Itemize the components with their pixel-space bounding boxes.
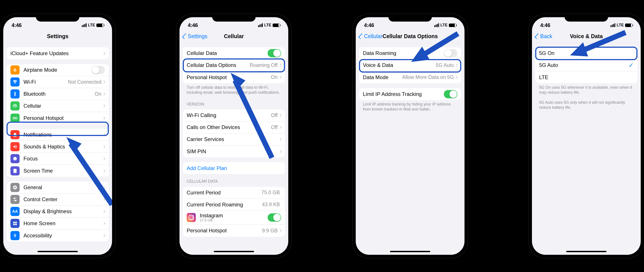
battery-icon	[96, 24, 104, 27]
row-lte[interactable]: LTE	[535, 71, 638, 83]
row-hotspot-usage[interactable]: Personal Hotspot 9.9 GB	[183, 225, 285, 237]
content: iCloud+ Feature Updates Airplane Mode Wi…	[3, 43, 112, 255]
battery-icon	[272, 24, 280, 27]
chevron-icon	[102, 198, 105, 201]
notifications-icon	[10, 130, 20, 139]
airplane-toggle[interactable]	[92, 66, 105, 74]
instagram-toggle[interactable]	[268, 213, 281, 222]
row-cellular-data[interactable]: Cellular Data	[183, 47, 285, 59]
row-value: Off	[271, 124, 278, 130]
row-value: On	[271, 74, 278, 80]
row-display-brightness[interactable]: AA Display & Brightness	[6, 206, 109, 217]
row-label: Focus	[24, 156, 103, 162]
row-data-roaming[interactable]: Data Roaming	[359, 47, 461, 59]
status-time: 4:46	[364, 22, 374, 28]
row-voice-data[interactable]: Voice & Data 5G Auto	[359, 59, 461, 71]
status-time: 4:46	[540, 22, 550, 28]
footer-5g-on: 5G On uses 5G whenever it is available, …	[535, 83, 638, 97]
row-label: Screen Time	[24, 168, 103, 174]
row-add-cellular-plan[interactable]: Add Cellular Plan	[183, 162, 285, 174]
airplane-icon	[10, 65, 20, 75]
group-cellular-main: Cellular Data Cellular Data Options Roam…	[183, 47, 285, 83]
data-roaming-toggle[interactable]	[444, 49, 457, 57]
sounds-icon	[10, 142, 20, 151]
row-personal-hotspot-setting[interactable]: Personal Hotspot On	[183, 71, 285, 83]
row-accessibility[interactable]: Accessibility	[6, 229, 109, 241]
row-label: Cellular Data	[187, 50, 268, 56]
row-control-center[interactable]: Control Center	[6, 194, 109, 206]
home-indicator[interactable]	[214, 251, 254, 252]
home-indicator[interactable]	[566, 251, 606, 252]
row-label: 5G On	[539, 50, 634, 56]
row-sim-pin[interactable]: SIM PIN	[183, 145, 285, 157]
focus-icon	[10, 154, 20, 163]
row-personal-hotspot[interactable]: Personal Hotspot	[6, 112, 109, 124]
back-button[interactable]: Cellular	[360, 33, 382, 40]
chevron-icon	[102, 210, 105, 213]
row-calls-other-devices[interactable]: Calls on Other Devices Off	[183, 121, 285, 133]
row-label: Data Mode	[363, 74, 402, 80]
row-notifications[interactable]: Notifications	[6, 129, 109, 141]
screen-voice-data: 4:46 LTE Back Voice & Data 5G On 5G Auto	[532, 17, 641, 255]
chevron-icon	[102, 133, 105, 136]
chevron-icon	[102, 80, 105, 83]
navbar: Back Voice & Data	[532, 29, 641, 43]
row-data-mode[interactable]: Data Mode Allow More Data on 5G	[359, 71, 461, 83]
row-icloud-updates[interactable]: iCloud+ Feature Updates	[6, 47, 109, 59]
status-right: LTE	[82, 23, 104, 28]
chevron-icon	[278, 126, 282, 129]
row-carrier-services[interactable]: Carrier Services	[183, 133, 285, 145]
ip-tracking-toggle[interactable]	[444, 90, 457, 98]
row-label: Cellular	[24, 103, 103, 109]
screentime-icon	[10, 166, 20, 176]
row-limit-ip-tracking[interactable]: Limit IP Address Tracking	[359, 88, 461, 100]
row-airplane-mode[interactable]: Airplane Mode	[6, 64, 109, 76]
row-label: Airplane Mode	[24, 67, 92, 73]
row-label: Bluetooth	[24, 91, 95, 97]
header-cellular-data: CELLULAR DATA	[183, 174, 285, 186]
row-label: Carrier Services	[187, 136, 279, 142]
page-title: Voice & Data	[570, 33, 603, 40]
network-label: LTE	[616, 23, 624, 28]
network-label: LTE	[264, 23, 271, 28]
row-label: LTE	[539, 74, 634, 80]
row-screen-time[interactable]: Screen Time	[6, 165, 109, 177]
group-network-modes: 5G On 5G Auto ✓ LTE	[535, 47, 638, 83]
status-time: 4:46	[12, 22, 22, 28]
row-5g-on[interactable]: 5G On	[535, 47, 638, 59]
row-label: Control Center	[24, 196, 103, 202]
back-button[interactable]: Back	[536, 33, 552, 40]
group-general: General Control Center AA Display & Brig…	[6, 182, 109, 241]
row-value: Allow More Data on 5G	[402, 74, 454, 80]
cellular-data-toggle[interactable]	[268, 49, 281, 57]
back-button[interactable]: Settings	[184, 33, 207, 40]
row-label: Home Screen	[24, 220, 103, 226]
notch	[388, 14, 432, 22]
row-cellular[interactable]: Cellular	[6, 100, 109, 112]
row-label: Limit IP Address Tracking	[363, 91, 444, 97]
row-label: Data Roaming	[363, 50, 444, 56]
row-cellular-data-options[interactable]: Cellular Data Options Roaming Off	[183, 59, 285, 71]
row-current-period[interactable]: Current Period 75.0 GB	[183, 187, 285, 199]
home-indicator[interactable]	[390, 251, 430, 252]
row-label: 5G Auto	[539, 62, 628, 68]
row-home-screen[interactable]: Home Screen	[6, 217, 109, 229]
signal-icon	[258, 23, 263, 27]
group-notifications: Notifications Sounds & Haptics Focus Scr…	[6, 129, 109, 177]
battery-icon	[625, 24, 632, 27]
row-label: Wi-Fi Calling	[187, 112, 271, 118]
row-label: Personal Hotspot	[187, 227, 262, 234]
row-wifi-calling[interactable]: Wi-Fi Calling Off	[183, 109, 285, 121]
row-5g-auto[interactable]: 5G Auto ✓	[535, 59, 638, 71]
navbar: Cellular Cellular Data Options	[356, 29, 464, 43]
chevron-icon	[278, 64, 282, 67]
row-wifi[interactable]: Wi-Fi Not Connected	[6, 76, 109, 88]
row-bluetooth[interactable]: Bluetooth On	[6, 88, 109, 100]
row-focus[interactable]: Focus	[6, 153, 109, 165]
row-current-period-roaming[interactable]: Current Period Roaming 43.9 KB	[183, 199, 285, 211]
row-sounds-haptics[interactable]: Sounds & Haptics	[6, 141, 109, 153]
svg-point-0	[13, 117, 15, 119]
home-indicator[interactable]	[38, 251, 78, 252]
row-app-instagram[interactable]: Instagram 17.5 GB	[183, 211, 285, 225]
row-general[interactable]: General	[6, 182, 109, 194]
